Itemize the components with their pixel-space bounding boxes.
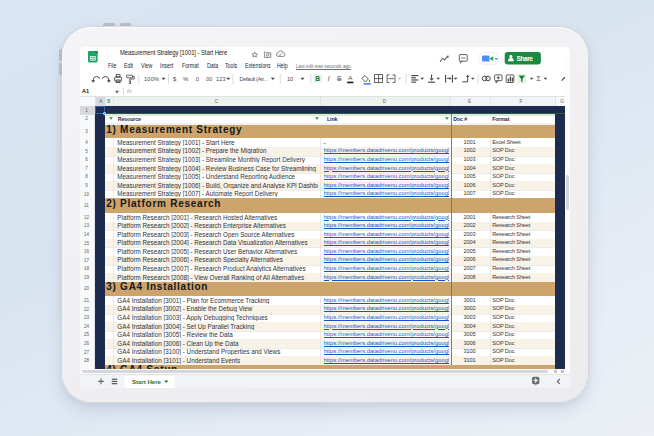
svg-text:Σ: Σ bbox=[537, 75, 542, 82]
svg-text:B: B bbox=[315, 75, 320, 82]
svg-text:100%: 100% bbox=[144, 75, 159, 81]
svg-text:.0: .0 bbox=[194, 75, 199, 81]
svg-text:Default (Ari...: Default (Ari... bbox=[240, 75, 268, 81]
svg-text:$: $ bbox=[173, 76, 177, 82]
svg-text:Share: Share bbox=[517, 55, 534, 62]
svg-text:A: A bbox=[348, 74, 353, 81]
svg-text:123: 123 bbox=[216, 75, 226, 81]
svg-text:I: I bbox=[328, 75, 330, 82]
svg-text:%: % bbox=[183, 76, 189, 82]
svg-text:S: S bbox=[337, 75, 342, 82]
svg-text:10: 10 bbox=[287, 75, 293, 81]
svg-text:.00: .00 bbox=[205, 75, 213, 81]
svg-text:Start Here: Start Here bbox=[132, 378, 162, 385]
